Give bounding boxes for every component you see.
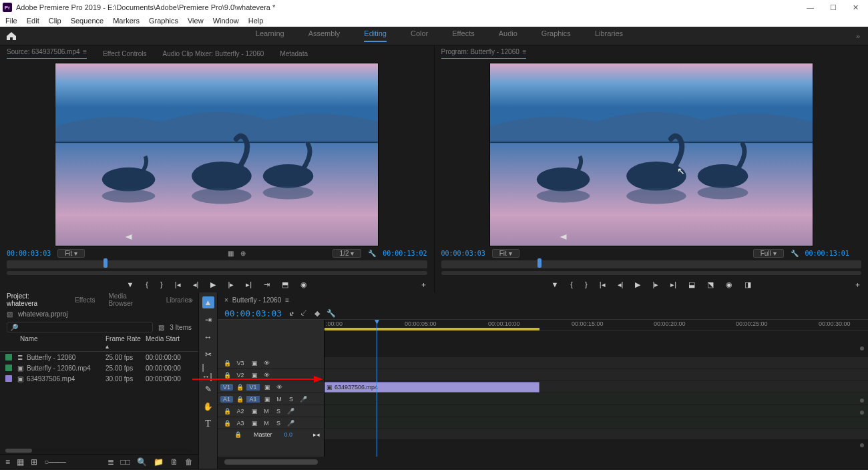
track-v1[interactable]: V1🔒V1▣👁 [218, 381, 324, 393]
step-back-icon[interactable]: ◂| [193, 280, 199, 289]
workspace-color[interactable]: Color [411, 29, 428, 42]
go-to-in-icon[interactable]: |◂ [600, 280, 606, 289]
workspace-editing[interactable]: Editing [364, 29, 387, 42]
add-marker-icon[interactable]: ▼ [551, 280, 558, 288]
add-marker-icon[interactable]: ◆ [314, 309, 320, 318]
new-bin-icon[interactable]: ▧ [158, 324, 164, 331]
project-hscroll[interactable] [5, 449, 193, 453]
comparison-view-icon[interactable]: ◨ [744, 280, 751, 289]
menu-clip[interactable]: Clip [49, 17, 61, 25]
workspace-learning[interactable]: Learning [256, 29, 284, 42]
icon-view-icon[interactable]: ▦ [17, 457, 24, 467]
source-zoom-bar[interactable] [7, 271, 427, 275]
go-to-in-icon[interactable]: |◂ [175, 280, 181, 289]
play-icon[interactable]: ▶ [210, 280, 216, 289]
source-preview[interactable] [0, 61, 434, 247]
menu-edit[interactable]: Edit [27, 17, 39, 25]
col-framerate[interactable]: Frame Rate ▴ [105, 335, 146, 350]
tab-effect-controls[interactable]: Effect Controls [103, 50, 146, 57]
slip-tool-icon[interactable]: |↔| [202, 366, 214, 378]
insert-icon[interactable]: ⇥ [264, 280, 270, 289]
step-forward-icon[interactable]: |▸ [228, 280, 234, 289]
panel-overflow[interactable]: » [189, 296, 193, 304]
tab-libraries[interactable]: Libraries [166, 296, 192, 304]
program-resolution[interactable]: Full ▾ [753, 249, 784, 258]
tab-audio-clip-mixer[interactable]: Audio Clip Mixer: Butterfly - 12060 [163, 50, 264, 57]
step-forward-icon[interactable]: |▸ [652, 280, 658, 289]
menu-window[interactable]: Window [213, 17, 239, 25]
menu-sequence[interactable]: Sequence [71, 17, 104, 25]
mark-out-icon[interactable]: } [585, 280, 588, 288]
program-zoom-bar[interactable] [441, 271, 862, 275]
timeline-ruler[interactable]: :00:00 00:00:05:00 00:00:10:00 00:00:15:… [324, 320, 868, 330]
new-bin-button[interactable]: 📁 [154, 457, 164, 467]
lift-icon[interactable]: ⬓ [688, 280, 695, 289]
track-a1[interactable]: A1🔒A1▣MS🎤 [218, 393, 324, 405]
timeline-clip[interactable]: 634937506.mp4 [324, 382, 539, 393]
timeline-settings-icon[interactable]: 🔧 [327, 309, 336, 318]
workspace-audio[interactable]: Audio [499, 29, 517, 42]
freeform-view-icon[interactable]: ⊞ [31, 457, 37, 467]
track-v3[interactable]: 🔒V3▣👁 [218, 357, 324, 369]
timeline-hscroll[interactable] [224, 459, 861, 466]
window-maximize[interactable]: ☐ [830, 3, 837, 12]
mark-in-icon[interactable]: { [146, 280, 148, 288]
project-item[interactable]: ▣Butterfly - 12060.mp425.00 fps00:00:00:… [0, 363, 198, 373]
menu-graphics[interactable]: Graphics [149, 17, 178, 25]
selection-tool-icon[interactable]: ▲ [202, 296, 214, 308]
timeline-tc[interactable]: 00:00:03:03 [224, 308, 282, 318]
window-close[interactable]: ✕ [853, 3, 859, 12]
export-frame-icon[interactable]: ◉ [726, 280, 732, 289]
program-zoom[interactable]: Fit ▾ [492, 249, 519, 258]
extract-icon[interactable]: ⬔ [707, 280, 714, 289]
sequence-name[interactable]: Butterfly - 12060 [232, 296, 281, 304]
hand-tool-icon[interactable]: ✋ [202, 401, 214, 413]
go-to-out-icon[interactable]: ▸| [246, 280, 252, 289]
track-select-tool-icon[interactable]: ⇥ [202, 314, 214, 326]
linked-selection-icon[interactable]: ⸔ [300, 309, 308, 318]
project-item[interactable]: ≣Butterfly - 1206025.00 fps00:00:00:00 [0, 352, 198, 363]
timeline-row-v2[interactable] [324, 369, 868, 381]
find-icon[interactable]: 🔍 [137, 457, 147, 467]
pen-tool-icon[interactable]: ✎ [202, 383, 214, 395]
mark-in-icon[interactable]: { [570, 280, 573, 288]
button-editor-icon[interactable]: ＋ [854, 280, 861, 290]
source-resolution[interactable]: 1/2 ▾ [333, 249, 362, 258]
tab-metadata[interactable]: Metadata [280, 50, 308, 57]
window-minimize[interactable]: — [807, 3, 814, 12]
menu-markers[interactable]: Markers [113, 17, 140, 25]
search-input[interactable]: 🔎 [7, 322, 153, 332]
vr-toggle-icon[interactable]: ⊕ [240, 250, 246, 257]
zoom-slider[interactable]: ○─── [44, 457, 66, 467]
source-zoom[interactable]: Fit ▾ [57, 249, 85, 258]
workspace-graphics[interactable]: Graphics [541, 29, 571, 42]
timeline-row-v1[interactable]: 634937506.mp4 [324, 381, 868, 393]
timeline-row-a2[interactable] [324, 405, 868, 417]
list-view-icon[interactable]: ≡ [5, 457, 10, 467]
mark-out-icon[interactable]: } [160, 280, 163, 288]
tab-effects[interactable]: Effects [75, 296, 95, 304]
track-a3[interactable]: 🔒A3▣MS🎤 [218, 417, 324, 429]
workspace-assembly[interactable]: Assembly [308, 29, 341, 42]
timeline-row-v3[interactable] [324, 357, 868, 369]
menu-view[interactable]: View [188, 17, 204, 25]
menu-file[interactable]: File [5, 17, 17, 25]
track-v2[interactable]: 🔒V2▣👁 [218, 369, 324, 381]
source-tc-in[interactable]: 00:00:03:03 [7, 250, 51, 257]
ripple-edit-tool-icon[interactable]: ↔ [202, 331, 214, 343]
home-button[interactable] [0, 31, 23, 41]
track-a2[interactable]: 🔒A2▣MS🎤 [218, 405, 324, 417]
workspace-overflow[interactable]: » [856, 32, 860, 40]
add-marker-icon[interactable]: ▼ [126, 280, 134, 288]
settings-icon[interactable]: 🔧 [368, 250, 376, 257]
col-name[interactable]: Name [5, 335, 105, 350]
type-tool-icon[interactable]: T [202, 418, 214, 430]
close-sequence-icon[interactable]: × [224, 296, 228, 304]
button-editor-icon[interactable]: ＋ [420, 280, 427, 290]
timeline-row-a3[interactable] [324, 417, 868, 429]
step-back-icon[interactable]: ◂| [618, 280, 624, 289]
project-item[interactable]: ▣634937506.mp430.00 fps00:00:00:00 [0, 373, 198, 384]
timeline-playhead[interactable] [377, 320, 377, 457]
tab-media-browser[interactable]: Media Browser [109, 292, 153, 307]
sort-icon[interactable]: ≣ [107, 457, 114, 467]
